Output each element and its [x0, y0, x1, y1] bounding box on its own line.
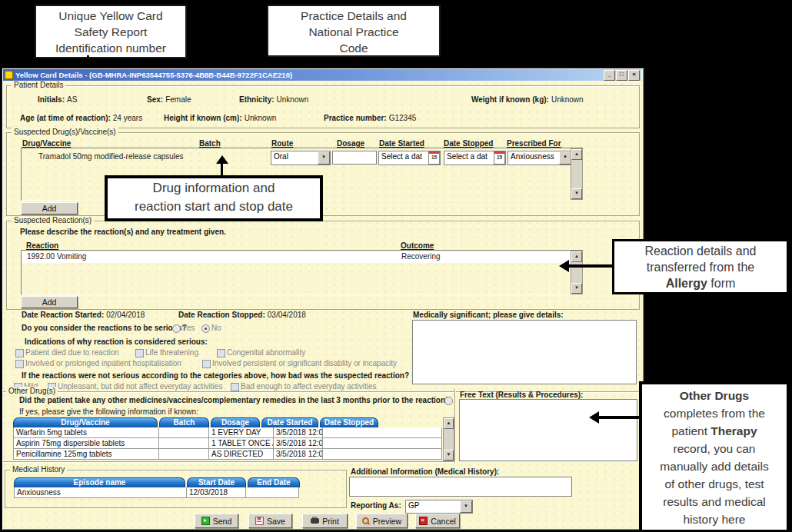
scroll-up-icon[interactable]: ▲	[571, 149, 582, 160]
free-text-divider	[454, 389, 456, 463]
table-row[interactable]: Penicillamine 125mg tablets AS DIRECTED …	[13, 449, 442, 460]
callout-other-drugs: Other Drugs completes from the patient T…	[639, 381, 790, 532]
other-drugs-scrollbar[interactable]: ▲ ▼	[443, 417, 454, 461]
age-label: Age (at time of reaction):	[20, 114, 111, 122]
add-drug-button[interactable]: Add	[21, 202, 78, 214]
callout-line: Reaction details and	[614, 243, 787, 259]
serious-yes-radio[interactable]	[172, 324, 181, 333]
chevron-down-icon[interactable]: ▼	[559, 151, 571, 165]
callout-line: Unique Yellow Card	[36, 8, 185, 24]
drug-row-name[interactable]: Tramadol 50mg modified-release capsules	[38, 152, 184, 161]
save-label: Save	[267, 517, 285, 526]
table-row[interactable]: Aspirin 75mg dispersible tablets 1 TABLE…	[13, 438, 442, 449]
cancel-label: Cancel	[431, 517, 456, 526]
checkbox-bad-enough-label: Bad enough to affect everyday activities	[241, 382, 377, 391]
table-header-batch: Batch	[159, 417, 209, 427]
save-button[interactable]: Save	[248, 514, 292, 528]
checkbox-disability-label: Involved persistent or significant disab…	[212, 359, 397, 367]
scroll-down-icon[interactable]: ▼	[571, 188, 582, 199]
callout-report-id: Unique Yellow Card Safety Report Identif…	[35, 5, 187, 58]
checkbox-disability[interactable]	[202, 360, 211, 368]
other-drugs-question: Did the patient take any other medicines…	[19, 396, 450, 404]
table-row[interactable]: Warfarin 5mg tablets 1 EVERY DAY 3/5/201…	[13, 427, 442, 438]
table-header-date-started: Date Started	[261, 417, 318, 427]
drug-list-scrollbar[interactable]: ▲ ▼	[571, 148, 583, 200]
window-titlebar[interactable]: Yellow Card Details - (GB-MHRA-INP635447…	[3, 69, 641, 81]
scroll-down-icon[interactable]: ▼	[571, 283, 582, 294]
table-row[interactable]: Anxiousness 12/03/2018	[14, 487, 321, 498]
route-dropdown[interactable]: Oral ▼	[271, 151, 331, 165]
free-text-textarea[interactable]	[459, 399, 637, 461]
other-drugs-bottom-line	[3, 461, 454, 463]
reaction-value: 1992.00 Vomiting	[27, 252, 86, 261]
reporting-as-dropdown[interactable]: GP ▼	[405, 500, 473, 514]
serious-no-radio[interactable]	[201, 324, 210, 333]
checkbox-life-threatening[interactable]	[135, 349, 144, 357]
callout-reaction-details: Reaction details and transferred from th…	[612, 239, 789, 294]
checkbox-bad-enough[interactable]	[231, 383, 239, 391]
cell-drug: Aspirin 75mg dispersible tablets	[13, 438, 159, 449]
chevron-down-icon[interactable]: ▼	[460, 500, 472, 513]
close-button[interactable]: ×	[628, 70, 640, 81]
add-reaction-button[interactable]: Add	[21, 296, 78, 308]
checkbox-hospitalisation[interactable]	[15, 360, 24, 368]
maximize-button[interactable]: □	[616, 70, 627, 81]
callout-line: Drug information and	[108, 179, 320, 198]
age-value: 24 years	[113, 114, 142, 122]
other-drugs-table[interactable]: Drug/Vaccine Batch Dosage Date Started D…	[13, 417, 442, 460]
cancel-button[interactable]: × Cancel	[415, 514, 460, 528]
checkbox-hospitalisation-label: Involved or prolonged inpatient hospital…	[25, 359, 181, 367]
callout-line: Other Drugs	[642, 387, 787, 404]
checkbox-unpleasant-label: Unpleasant, but did not affect everyday …	[58, 382, 222, 391]
suspected-reactions-section: Suspected Reaction(s) Please describe th…	[6, 221, 640, 310]
serious-no-label: No	[211, 324, 221, 332]
suspected-drugs-section: Suspected Drug(s)/Vaccine(s) Drug/Vaccin…	[6, 132, 640, 216]
medical-history-table[interactable]: Episode name Start Date End Date Anxious…	[14, 477, 321, 498]
callout-line: results and medical	[642, 493, 787, 510]
drug-info-connector-line	[221, 162, 223, 176]
medical-history-section: Medical History Episode name Start Date …	[5, 470, 347, 508]
callout-line: Safety Report	[36, 24, 185, 40]
callout-line: patient Therapy	[642, 422, 787, 440]
calendar-icon[interactable]: 15	[494, 151, 505, 165]
send-button[interactable]: Send	[195, 514, 238, 528]
serious-yes-label: Yes	[182, 324, 195, 332]
reaction-row[interactable]: 1992.00 Vomiting Recovering	[22, 251, 571, 263]
add-drug-label: Add	[42, 204, 57, 213]
table-header-dosage: Dosage	[211, 417, 260, 427]
scroll-down-icon[interactable]: ▼	[444, 450, 454, 461]
date-started-picker[interactable]: Select a dat 15	[378, 151, 441, 165]
reaction-list-scrollbar[interactable]: ▲ ▼	[571, 251, 583, 294]
callout-line: transferred from the	[614, 259, 787, 275]
callout-line: Code	[268, 40, 439, 56]
callout-bold: Therapy	[710, 424, 757, 437]
reporting-as-label: Reporting As:	[351, 501, 401, 510]
prescribed-for-dropdown[interactable]: Anxiousness ▼	[507, 151, 572, 165]
checkbox-congenital-abnormality[interactable]	[217, 349, 225, 357]
dosage-input[interactable]	[332, 151, 377, 165]
date-reaction-started-value: 02/04/2018	[106, 311, 145, 319]
table-header-drug: Drug/Vaccine	[13, 417, 158, 427]
col-header-drug-vaccine: Drug/Vaccine	[22, 139, 71, 148]
indications-label: Indications of why reaction is considere…	[25, 337, 208, 346]
date-stopped-picker[interactable]: Select a dat 15	[444, 151, 506, 165]
scroll-up-icon[interactable]: ▲	[571, 251, 582, 262]
col-header-dosage: Dosage	[337, 139, 364, 148]
preview-button[interactable]: Preview	[356, 514, 408, 528]
medically-significant-textarea[interactable]	[412, 320, 637, 384]
additional-info-input[interactable]	[349, 477, 572, 497]
minimize-button[interactable]: _	[604, 70, 615, 81]
callout-text: patient	[671, 424, 710, 437]
table-header-date-stopped: Date Stopped	[320, 417, 378, 427]
cell-drug: Penicillamine 125mg tablets	[13, 449, 159, 460]
date-stopped-placeholder: Select a dat	[444, 151, 494, 165]
calendar-icon[interactable]: 15	[428, 151, 440, 165]
scroll-up-icon[interactable]: ▲	[444, 418, 454, 429]
reaction-list-box[interactable]: 1992.00 Vomiting Recovering ▲ ▼	[21, 250, 584, 295]
checkbox-life-threatening-label: Life threatening	[145, 348, 198, 357]
suspected-drugs-legend: Suspected Drug(s)/Vaccine(s)	[12, 128, 118, 136]
print-button[interactable]: Print	[302, 514, 348, 528]
other-drugs-yes-radio[interactable]	[444, 397, 453, 405]
checkbox-patient-died[interactable]	[15, 349, 24, 357]
chevron-down-icon[interactable]: ▼	[318, 151, 330, 165]
